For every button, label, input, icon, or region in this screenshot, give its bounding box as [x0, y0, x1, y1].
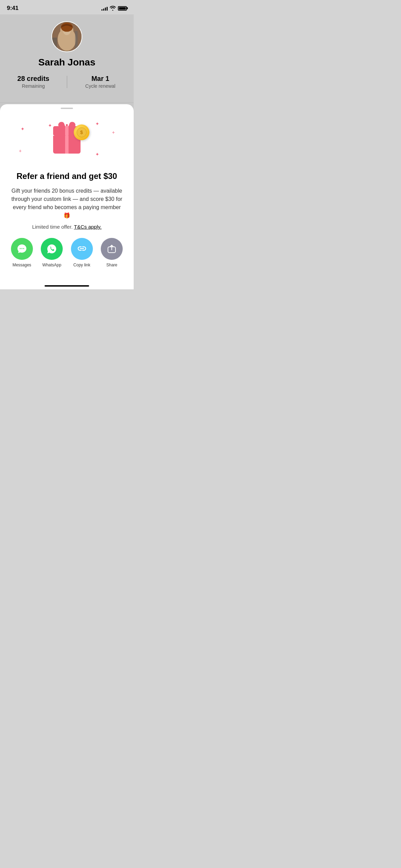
status-icons — [101, 6, 127, 11]
offer-note-text: Limited time offer. — [32, 224, 73, 230]
avatar-image — [52, 21, 82, 51]
svg-point-19 — [23, 248, 24, 249]
status-bar: 9:41 — [0, 0, 134, 14]
copy-link-label: Copy link — [73, 263, 90, 267]
sparkle-4: + — [112, 130, 115, 135]
bottom-sheet: ✦ ✦ ✦ + + ✦ — [0, 104, 134, 289]
battery-icon — [118, 6, 127, 11]
sparkle-2: ✦ — [48, 123, 52, 128]
svg-point-17 — [20, 248, 21, 249]
avatar — [51, 21, 82, 52]
sparkle-1: ✦ — [21, 126, 25, 132]
share-item-share[interactable]: Share — [101, 238, 123, 267]
renewal-date: Mar 1 — [92, 75, 109, 83]
terms-link[interactable]: T&Cs apply. — [74, 224, 102, 230]
sparkle-3: ✦ — [95, 121, 99, 126]
gift-illustration: ✦ ✦ ✦ + + ✦ — [0, 119, 134, 160]
copy-link-button[interactable] — [71, 238, 93, 260]
sheet-title: Refer a friend and get $30 — [8, 171, 125, 181]
coin: $ — [74, 124, 89, 140]
renewal-stat: Mar 1 Cycle renewal — [67, 75, 134, 89]
share-button[interactable] — [101, 238, 123, 260]
offer-note: Limited time offer. T&Cs apply. — [11, 224, 123, 230]
status-time: 9:41 — [7, 5, 19, 12]
stats-row: 28 credits Remaining Mar 1 Cycle renewal — [0, 75, 134, 89]
share-item-copy-link[interactable]: Copy link — [71, 238, 93, 267]
svg-rect-6 — [52, 38, 57, 51]
svg-rect-5 — [75, 31, 78, 51]
messages-button[interactable] — [11, 238, 33, 260]
renewal-label: Cycle renewal — [85, 83, 116, 89]
credits-stat: 28 credits Remaining — [0, 75, 67, 89]
whatsapp-button[interactable] — [41, 238, 63, 260]
user-name: Sarah Jonas — [38, 57, 96, 68]
wifi-icon — [110, 6, 116, 11]
sparkle-5: + — [19, 148, 22, 154]
sheet-handle — [61, 108, 73, 109]
svg-point-18 — [21, 248, 22, 249]
credits-value: 28 credits — [17, 75, 49, 83]
home-indicator — [45, 285, 89, 287]
whatsapp-label: WhatsApp — [42, 263, 61, 267]
share-label: Share — [106, 263, 117, 267]
sheet-description: Gift your friends 20 bonus credits — ava… — [11, 187, 123, 220]
share-item-messages[interactable]: Messages — [11, 238, 33, 267]
profile-section: Sarah Jonas 28 credits Remaining Mar 1 C… — [0, 14, 134, 103]
credits-label: Remaining — [22, 83, 45, 89]
svg-text:$: $ — [80, 130, 83, 135]
sparkle-6: ✦ — [95, 152, 99, 157]
signal-icon — [101, 6, 108, 11]
share-item-whatsapp[interactable]: WhatsApp — [41, 238, 63, 267]
messages-label: Messages — [12, 263, 31, 267]
share-row: Messages WhatsApp Copy link — [0, 238, 134, 278]
